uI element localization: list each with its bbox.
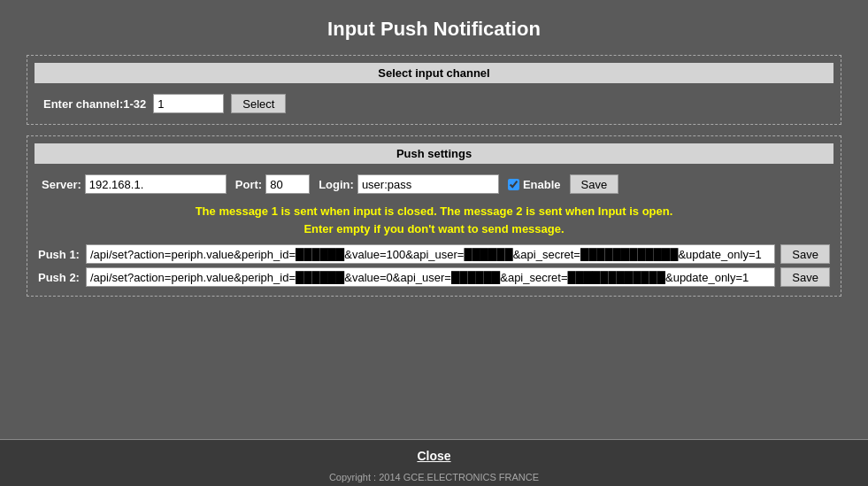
enable-label: Enable bbox=[523, 178, 561, 191]
push2-row: Push 2: Save bbox=[35, 266, 833, 289]
push2-save-button[interactable]: Save bbox=[780, 267, 830, 287]
port-input[interactable] bbox=[265, 174, 310, 194]
push2-input[interactable] bbox=[86, 267, 775, 287]
login-input[interactable] bbox=[357, 174, 499, 194]
port-group: Port: bbox=[235, 174, 310, 194]
server-label: Server: bbox=[42, 178, 81, 191]
login-group: Login: bbox=[319, 174, 499, 194]
push1-label: Push 1: bbox=[38, 248, 81, 261]
select-channel-panel: Select input channel Enter channel:1-32 … bbox=[27, 55, 841, 125]
push1-input[interactable] bbox=[86, 244, 775, 264]
login-label: Login: bbox=[319, 178, 354, 191]
footer: Close bbox=[0, 439, 868, 467]
channel-input[interactable] bbox=[153, 94, 224, 113]
info-line2: Enter empty if you don't want to send me… bbox=[35, 220, 833, 238]
info-text: The message 1 is sent when input is clos… bbox=[35, 197, 833, 243]
select-button[interactable]: Select bbox=[231, 94, 286, 113]
server-group: Server: bbox=[42, 174, 227, 194]
enable-checkbox[interactable] bbox=[508, 179, 519, 190]
channel-row: Enter channel:1-32 Select bbox=[35, 90, 833, 117]
copyright-text: Copyright : 2014 GCE.ELECTRONICS FRANCE bbox=[0, 467, 868, 486]
server-input[interactable] bbox=[85, 174, 227, 194]
push-settings-header: Push settings bbox=[35, 143, 833, 164]
push1-row: Push 1: Save bbox=[35, 243, 833, 266]
select-channel-header: Select input channel bbox=[35, 63, 833, 83]
close-link[interactable]: Close bbox=[417, 449, 450, 463]
port-label: Port: bbox=[235, 178, 262, 191]
server-settings-row: Server: Port: Login: Enable Save bbox=[35, 171, 833, 197]
channel-label: Enter channel:1-32 bbox=[43, 97, 146, 111]
spacer bbox=[0, 377, 868, 440]
enable-group: Enable bbox=[508, 178, 561, 191]
save-button-main[interactable]: Save bbox=[570, 174, 619, 194]
info-line1: The message 1 is sent when input is clos… bbox=[35, 203, 833, 220]
page-title: Input Push Notification bbox=[0, 0, 868, 55]
push2-label: Push 2: bbox=[38, 271, 81, 284]
main-content: Select input channel Enter channel:1-32 … bbox=[0, 55, 868, 377]
push-settings-panel: Push settings Server: Port: Login: Enabl… bbox=[27, 135, 841, 297]
push1-save-button[interactable]: Save bbox=[780, 244, 830, 264]
